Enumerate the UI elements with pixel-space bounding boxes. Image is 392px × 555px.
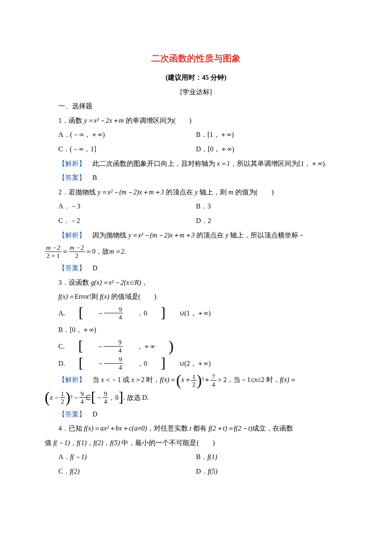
q3-exp-x3: x: [254, 376, 257, 383]
q3-option-a: A. [ － 9 4 ，0 ] ∪(1，＋∞): [45, 306, 347, 321]
q2-exp-math-3: m＝2.: [109, 244, 126, 259]
left-bracket-icon: [: [65, 305, 84, 320]
q2-stem-math-3: m: [228, 188, 233, 196]
q2-option-d: D．2: [196, 214, 347, 228]
section-marker: [学业达标]: [45, 85, 347, 99]
q4-optC-math: f(2): [70, 468, 80, 475]
q1-exp-text-2: ，所以其单调增区间为[1，＋∞).: [230, 160, 326, 167]
q2-answer-value: D: [86, 264, 98, 272]
left-bracket-icon: [: [65, 356, 84, 370]
q2-fraction-1: m－2 2 × 1: [45, 244, 62, 259]
answer-label: 【答案】: [58, 174, 86, 181]
q3-optC-num: 9: [104, 338, 123, 346]
q2-fraction-2: m－2 2: [69, 244, 86, 259]
q2-option-b: B．3: [196, 199, 347, 214]
q2-stem-text-1: 2．若抛物线: [58, 188, 98, 196]
q1-explanation: 【解析】 此二次函数的图象开口向上，且对称轴为 x＝1，所以其单调增区间为[1，…: [45, 156, 347, 171]
q2-stem-text-4: 的值为( ): [233, 188, 274, 196]
q1-option-a: A．(－∞，＋∞): [45, 127, 196, 142]
q3-exp-sq1: ²＋: [202, 376, 211, 383]
q4-options-row1: A．f(－1) B．f(1): [45, 450, 347, 464]
q1-stem: 1．函数 y＝x²－2x＋m 的单调增区间为( ): [45, 113, 347, 128]
q3-exp-frac1-den: 2: [191, 381, 197, 388]
q2-eq-2: ＝0，故: [85, 244, 109, 259]
q3-optD-den: 4: [104, 364, 124, 371]
q1-answer: 【答案】 B: [45, 171, 347, 185]
q3-exp-fx2: f(x)＝: [280, 376, 296, 383]
answer-label: 【答案】: [58, 264, 86, 272]
q3-line2-fx: f(x)＝: [58, 293, 75, 300]
q3-line1-suf: ，: [141, 279, 148, 286]
explanation-label: 【解析】: [58, 160, 86, 167]
q2-explanation: 【解析】 因为抛物线 y＝x²－(m－2)x＋m＋3 的顶点在 y 轴上，所以顶…: [45, 228, 347, 260]
q4-optB-math: f(1): [208, 453, 217, 460]
q4-line2: 值 f(－1)，f(1)，f(2)，f(5) 中，最小的一个不可能是( ): [45, 436, 347, 450]
q2-eq-1: ＝: [62, 244, 69, 259]
q4-l1-pref: 4．已知: [58, 425, 84, 432]
q1-option-b: B．[1，＋∞): [196, 127, 347, 142]
q4-line1: 4．已知 f(x)＝ax²＋bx＋c(a≠0)，对任意实数 t 都有 f(2＋t…: [45, 421, 347, 436]
q3-optA-mid: ，0: [123, 306, 147, 321]
q3-exp-fx1: f(x)＝: [160, 376, 176, 383]
q1-answer-value: B: [86, 174, 97, 181]
q1-stem-math: y＝x²－2x＋m: [84, 117, 124, 124]
q3-option-b: B．[0，＋∞): [45, 323, 347, 337]
q2-frac2-den: 2: [69, 252, 86, 259]
q3-optD-pref: D.: [45, 356, 65, 371]
q3-optA-suf: ∪(1，＋∞): [166, 306, 211, 321]
q3-exp-text-4b: ≤2 时，: [257, 376, 280, 383]
right-bracket-icon: ]: [147, 356, 165, 370]
explanation-label: 【解析】: [58, 376, 86, 383]
q3-line2-math: f(x): [100, 293, 109, 300]
left-paren-icon: (: [45, 390, 50, 405]
q3-optD-suf: ∪(2，＋∞): [166, 356, 211, 371]
q3-answer-value: D: [86, 410, 98, 418]
q3-optA-pref: A.: [45, 306, 65, 321]
q2-stem-math-2: y: [195, 188, 198, 196]
q4-optA-math: f(－1): [70, 453, 87, 460]
q3-exp-frac3-num: 1: [60, 390, 66, 398]
q3-exp-frac4-den: 4: [79, 398, 85, 405]
q2-exp-text-1: 因为抛物线: [86, 231, 128, 239]
q4-optA-pref: A．: [58, 453, 70, 460]
q3-optC-suf: ，＋∞: [123, 339, 155, 354]
q2-frac1-den: 2 × 1: [45, 252, 62, 259]
q4-optD-math: f(5): [208, 468, 218, 475]
q4-option-b: B．f(1): [196, 450, 347, 464]
q3-line1: 3．设函数 g(x)＝x²－2(x∈R)，: [45, 275, 347, 290]
q2-options-row2: C．－2 D．2: [45, 214, 347, 228]
q3-exp-frac5-num: 9: [103, 390, 109, 398]
q3-exp-frac2-num: 7: [210, 373, 216, 381]
q3-exp-sq2: ²－: [70, 390, 79, 405]
q3-optD-fraction: 9 4: [104, 356, 124, 371]
q1-options-row2: C．(－∞，1] D．[0，＋∞): [45, 142, 347, 156]
q4-l1-mid1: ，对任意实数: [147, 425, 190, 432]
explanation-label: 【解析】: [58, 231, 86, 239]
q3-option-c: C. [ － 9 4 ，＋∞ ): [45, 338, 347, 354]
q2-frac2-num: m－2: [69, 244, 86, 251]
q2-exp-fraction-line: m－2 2 × 1 ＝ m－2 2 ＝0，故 m＝2.: [45, 244, 347, 259]
q4-l2-suf: 中，最小的一个不可能是( ): [120, 439, 215, 446]
q3-exp-x2: x＞: [131, 376, 141, 383]
q3-error-text: Error!: [75, 293, 91, 300]
right-paren-icon: ): [65, 390, 70, 405]
q3-optC-den: 4: [104, 347, 123, 354]
section-heading-1: 一、选择题: [45, 99, 347, 113]
left-bracket-icon: [: [91, 390, 96, 404]
q3-exp-frac1-num: 1: [191, 373, 197, 381]
right-paren-icon: ): [155, 339, 174, 354]
q3-exp-x1: x＜: [101, 376, 111, 383]
q4-options-row2: C．f(2) D．f(5): [45, 464, 347, 479]
q3-exp-frac4-num: 9: [79, 390, 85, 398]
q3-explanation-cont: (x－12)²－94∈[－94，0]. 故选 D.: [45, 390, 347, 405]
q3-exp-frac3-den: 2: [60, 398, 66, 405]
q3-exp-text-4: ＞2，当－1≤: [216, 376, 254, 383]
q1-stem-text-1: 1．函数: [58, 117, 84, 124]
q2-option-a: A．－3: [45, 199, 196, 214]
q3-optD-mid: ，0: [123, 356, 147, 371]
q3-exp-frac2-den: 4: [210, 381, 216, 388]
left-bracket-icon: [: [65, 338, 83, 353]
document-title: 二次函数的性质与图象: [45, 49, 347, 68]
right-bracket-icon: ]: [118, 390, 123, 404]
q3-exp-frac4: 94: [79, 390, 85, 405]
